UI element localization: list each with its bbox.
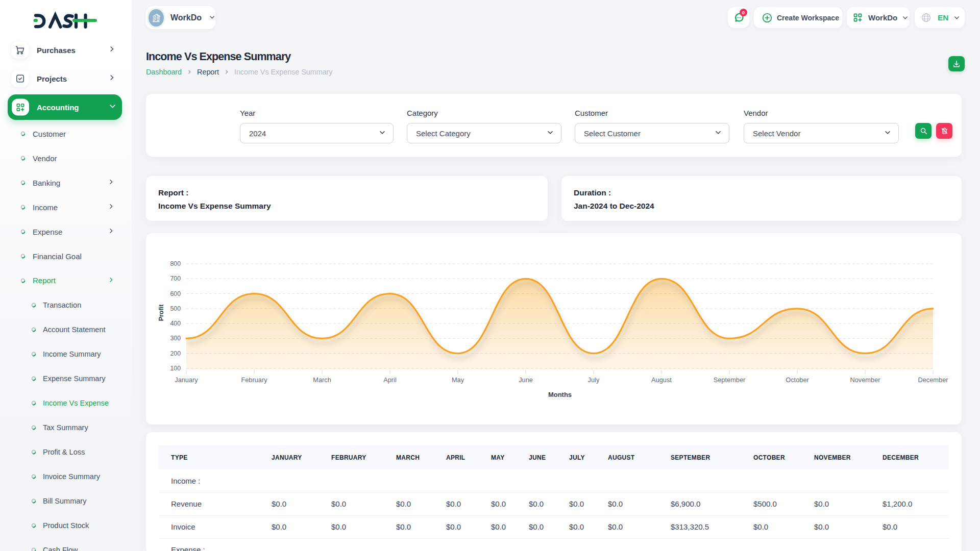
svg-text:March: March: [313, 376, 331, 384]
svg-text:August: August: [651, 376, 672, 384]
svg-text:Months: Months: [548, 391, 572, 398]
svg-text:100: 100: [170, 365, 181, 372]
svg-text:700: 700: [170, 275, 181, 282]
svg-text:600: 600: [170, 290, 181, 297]
svg-text:October: October: [786, 376, 809, 384]
svg-text:July: July: [588, 376, 600, 384]
svg-text:December: December: [918, 376, 948, 384]
svg-text:800: 800: [170, 260, 181, 267]
svg-text:November: November: [850, 376, 880, 384]
svg-text:February: February: [241, 376, 267, 384]
svg-text:200: 200: [170, 350, 181, 357]
svg-text:June: June: [519, 376, 533, 384]
svg-text:April: April: [383, 376, 397, 384]
svg-text:Profit: Profit: [158, 304, 165, 321]
svg-text:500: 500: [170, 305, 181, 312]
svg-text:May: May: [452, 376, 464, 384]
svg-text:400: 400: [170, 320, 181, 327]
svg-text:300: 300: [170, 335, 181, 342]
svg-text:January: January: [175, 376, 198, 384]
svg-text:September: September: [714, 376, 746, 384]
